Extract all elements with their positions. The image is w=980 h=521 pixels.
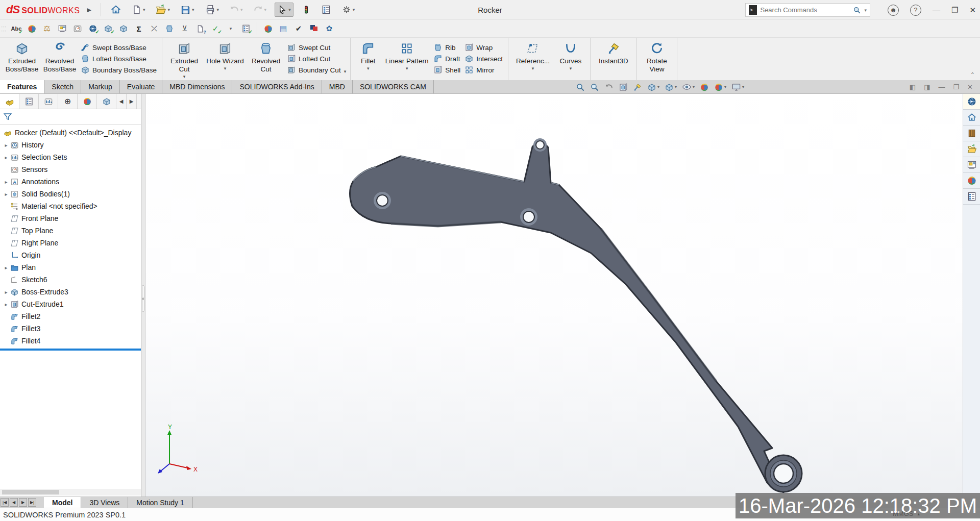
wrap-button[interactable]: Wrap <box>462 42 505 53</box>
tree-item-front-plane[interactable]: Front Plane <box>0 212 141 225</box>
tree-item-fillet2[interactable]: Fillet2 <box>0 310 141 322</box>
graphics-viewport[interactable]: Y X <box>145 94 963 497</box>
tab-model[interactable]: Model <box>44 497 81 508</box>
deviation-analysis-icon[interactable]: ⤫ <box>148 22 161 35</box>
apply-scene-icon[interactable]: ▾ <box>714 83 726 92</box>
tab-evaluate[interactable]: Evaluate <box>120 80 162 93</box>
bom-table-icon[interactable]: ✓ <box>239 22 253 35</box>
sensor-check-icon[interactable]: ✓ <box>86 22 100 35</box>
annotation-views-icon[interactable] <box>633 83 642 92</box>
lofted-boss-base-button[interactable]: Lofted Boss/Base <box>79 53 159 64</box>
extruded-cut-button[interactable]: Extruded Cut ▾ <box>165 39 203 79</box>
tree-item-sketch6[interactable]: Sketch6 <box>0 274 141 286</box>
restore-icon[interactable]: ❐ <box>951 6 958 15</box>
tab-last-icon[interactable]: ▶| <box>28 498 36 507</box>
tab-scroll-left-icon[interactable]: ◀ <box>116 94 127 109</box>
tab-prev-icon[interactable]: ◀ <box>10 498 18 507</box>
search-commands-box[interactable]: >_ ▾ <box>745 3 870 17</box>
collapse-ribbon-icon[interactable]: ⌃ <box>970 71 975 78</box>
tree-item-fillet3[interactable]: Fillet3 <box>0 322 141 335</box>
boundary-cut-flyout-icon[interactable]: ▾ <box>343 39 348 79</box>
shell-button[interactable]: Shell <box>431 64 462 76</box>
tree-horizontal-scrollbar[interactable] <box>0 489 141 495</box>
tab-sketch[interactable]: Sketch <box>44 80 81 93</box>
revolved-cut-button[interactable]: Revolved Cut <box>247 39 285 79</box>
tree-item-solid-bodies[interactable]: ▸Solid Bodies(1) <box>0 188 141 200</box>
hide-show-items-icon[interactable]: ▾ <box>682 82 695 92</box>
spell-check-icon[interactable]: Abc✓ <box>10 22 23 35</box>
property-manager-tab[interactable] <box>19 94 39 109</box>
rocker-part-model[interactable] <box>145 94 963 497</box>
undo-button[interactable]: ▾ <box>227 3 245 16</box>
pane-right-icon[interactable]: ◨ <box>924 83 930 91</box>
tab-solidworks-add-ins[interactable]: SOLIDWORKS Add-Ins <box>232 80 322 93</box>
tab-3d-views[interactable]: 3D Views <box>81 497 128 508</box>
tree-item-annotations[interactable]: ▸Annotations <box>0 176 141 188</box>
doc-minimize-icon[interactable]: — <box>938 83 945 91</box>
performance-evaluation-icon[interactable] <box>71 22 84 35</box>
expand-arrow-icon[interactable]: ▸ <box>2 265 10 270</box>
help-icon[interactable]: ? <box>910 5 921 16</box>
tab-first-icon[interactable]: |◀ <box>1 498 9 507</box>
zoom-to-area-icon[interactable] <box>590 83 599 92</box>
section-view-icon[interactable] <box>619 83 628 92</box>
pane-left-icon[interactable]: ◧ <box>910 83 916 91</box>
extruded-cut-flyout-icon[interactable]: ▾ <box>183 74 186 79</box>
home-button[interactable] <box>108 3 124 17</box>
featuremanager-design-tree-tab[interactable] <box>0 94 19 109</box>
linear-pattern-flyout-icon[interactable]: ▾ <box>406 66 408 71</box>
tree-item-sensors[interactable]: Sensors <box>0 163 141 176</box>
tree-item-boss-extrude3[interactable]: ▸Boss-Extrude3 <box>0 286 141 298</box>
rollback-bar[interactable] <box>0 349 141 351</box>
scrollbar-thumb[interactable] <box>2 490 59 494</box>
options-gear-button[interactable]: ▾ <box>339 3 357 16</box>
tree-item-top-plane[interactable]: Top Plane <box>0 225 141 237</box>
search-input[interactable] <box>760 6 850 14</box>
custom-properties-icon[interactable] <box>963 189 980 205</box>
realview-icon[interactable] <box>261 22 275 35</box>
expand-arrow-icon[interactable]: ▸ <box>2 155 10 160</box>
linear-pattern-button[interactable]: Linear Pattern ▾ <box>382 39 431 79</box>
curvature-icon[interactable]: ✿ <box>323 22 336 35</box>
tree-item-material[interactable]: Material <not specified> <box>0 200 141 212</box>
undercut-analysis-icon[interactable]: ⊻ <box>178 22 191 35</box>
3d-content-icon[interactable] <box>963 94 980 110</box>
rebuild-traffic-light-button[interactable] <box>300 3 313 17</box>
swept-cut-button[interactable]: Swept Cut <box>285 42 343 53</box>
fillet-button[interactable]: Fillet ▾ <box>354 39 382 79</box>
expand-arrow-icon[interactable]: ▸ <box>2 142 10 148</box>
expand-arrow-icon[interactable]: ▸ <box>2 191 10 197</box>
tab-scroll-right-icon[interactable]: ▶ <box>127 94 137 109</box>
thickness-analysis-icon[interactable] <box>117 22 130 35</box>
evaluate-dropdown-icon[interactable]: ▾ <box>224 22 237 35</box>
splitter-handle[interactable] <box>142 285 144 312</box>
dimxpert-manager-tab[interactable]: ⊕ <box>58 94 78 109</box>
logo-flyout-arrow-icon[interactable]: ▶ <box>87 7 91 13</box>
home-icon[interactable] <box>963 110 980 126</box>
zoom-to-fit-icon[interactable] <box>576 83 585 92</box>
close-icon[interactable]: ✕ <box>969 6 976 15</box>
tab-features[interactable]: Features <box>0 80 44 93</box>
display-style-icon[interactable]: ▾ <box>665 83 677 92</box>
redo-button[interactable]: ▾ <box>251 3 269 16</box>
new-document-button[interactable]: ▾ <box>130 3 148 16</box>
save-button[interactable]: ▾ <box>178 3 197 17</box>
extruded-boss-base-button[interactable]: Extruded Boss/Base <box>3 39 41 79</box>
tree-root[interactable]: Rocker (Default) <<Default>_Display <box>0 127 141 139</box>
tree-item-fillet4[interactable]: Fillet4 <box>0 335 141 347</box>
minimize-icon[interactable]: — <box>933 6 940 14</box>
tab-motion-study-1[interactable]: Motion Study 1 <box>128 497 192 508</box>
file-properties-button[interactable] <box>319 3 333 16</box>
geometry-check-icon[interactable]: ✓ <box>102 22 115 35</box>
expand-arrow-icon[interactable]: ▸ <box>2 179 10 185</box>
tree-item-cut-extrude1[interactable]: ▸Cut-Extrude1 <box>0 298 141 310</box>
reference-geometry-button[interactable]: Referenc... ▾ <box>511 39 554 79</box>
view-orientation-icon[interactable]: ▾ <box>647 83 659 92</box>
file-explorer-icon[interactable] <box>963 141 980 157</box>
reference-geometry-flyout-icon[interactable]: ▾ <box>532 66 534 71</box>
view-settings-icon[interactable]: ▾ <box>731 82 744 92</box>
instant3d-button[interactable]: Instant3D <box>594 39 633 79</box>
tab-mbd[interactable]: MBD <box>322 80 353 93</box>
swept-boss-base-button[interactable]: Swept Boss/Base <box>79 42 159 53</box>
tree-item-history[interactable]: ▸History <box>0 139 141 151</box>
